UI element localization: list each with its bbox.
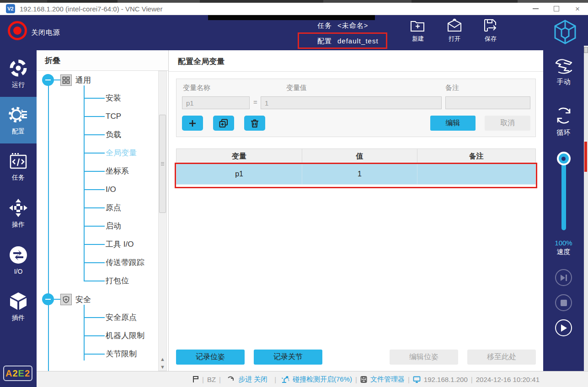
tree-item-origin[interactable]: 原点 [84, 199, 158, 217]
close-button[interactable]: × [567, 3, 588, 15]
speed-slider[interactable] [557, 152, 571, 232]
tree-item-install[interactable]: 安装 [84, 89, 158, 107]
open-icon [447, 19, 462, 32]
power-icon [13, 27, 21, 35]
tree-group-safety[interactable]: 安全 [37, 290, 158, 308]
nav-item-task[interactable]: 任务 [0, 143, 37, 190]
status-file-manager[interactable]: 文件管理器 [370, 375, 405, 384]
plugin-box-icon [9, 292, 28, 311]
slider-handle[interactable] [557, 152, 571, 165]
monitor-icon [413, 376, 421, 383]
separator: | [202, 376, 204, 383]
nav-item-config[interactable]: 配置 [0, 97, 37, 143]
status-datetime: 2024-12-16 10:20:41 [476, 376, 540, 383]
note-input[interactable] [445, 96, 530, 109]
flag-icon [192, 376, 199, 383]
step-next-icon [560, 274, 568, 281]
move-here-button[interactable]: 移至此处 [467, 350, 536, 365]
open-button[interactable]: 打开 [441, 19, 468, 43]
slider-track[interactable] [561, 157, 566, 230]
nav-item-run[interactable]: 运行 [0, 50, 37, 97]
separator: | [408, 376, 410, 383]
variable-name-input[interactable] [182, 96, 250, 109]
nav-item-operate[interactable]: 操作 [0, 190, 37, 237]
a2e2-badge[interactable]: A2E2 [3, 366, 32, 381]
maximize-button[interactable] [546, 3, 567, 15]
duplicate-variable-button[interactable] [213, 116, 234, 131]
tree-item-tcp[interactable]: TCP [84, 107, 158, 126]
variable-value-input[interactable] [261, 96, 442, 109]
loop-label: 循环 [557, 128, 571, 137]
new-button[interactable]: 新建 [405, 19, 431, 43]
tree-item-joint-limits[interactable]: 关节限制 [84, 345, 158, 363]
stop-icon [561, 300, 567, 306]
tree-item-safety-origin[interactable]: 安全原点 [84, 308, 158, 327]
tree-item-startup[interactable]: 启动 [84, 217, 158, 235]
scrollbar-thumb[interactable] [159, 115, 166, 213]
app-topbar: 关闭电源 任务<未命名> 配置default_test 新建 [0, 15, 588, 50]
tree-group-general[interactable]: 通用 [37, 71, 158, 89]
play-button[interactable] [555, 319, 572, 336]
tree-item-conveyor-tracking[interactable]: 传送带跟踪 [84, 254, 158, 272]
right-control-bar: 手动 循环 100% 速度 [543, 50, 584, 371]
collapse-minus-icon[interactable] [42, 74, 54, 86]
file-manager-icon [360, 376, 367, 383]
loop-mode-button[interactable]: 循环 [554, 106, 574, 137]
tree-item-tool-io[interactable]: 工具 I/O [84, 235, 158, 254]
tree-group-label-general: 通用 [75, 75, 91, 85]
tree-item-pack-position[interactable]: 打包位 [84, 272, 158, 290]
nav-label-task: 任务 [12, 174, 25, 182]
stop-button[interactable] [555, 294, 572, 311]
variable-name-label: 变量名称 [183, 84, 210, 92]
record-pose-button[interactable]: 记录位姿 [176, 350, 245, 365]
config-indicator: 配置default_test [317, 37, 379, 46]
delete-variable-button[interactable] [244, 116, 265, 131]
variable-value-label: 变量值 [286, 84, 307, 92]
status-collision-detect[interactable]: 碰撞检测开启(76%) [293, 375, 352, 384]
collapse-minus-icon[interactable] [42, 293, 54, 305]
vnc-toolbar-tab[interactable] [208, 15, 375, 20]
save-button[interactable]: 保存 [477, 19, 504, 43]
minimize-icon [533, 8, 539, 9]
manual-mode-button[interactable]: 手动 [553, 58, 574, 86]
scroll-up-icon[interactable]: ▲ [159, 355, 166, 363]
vnc-logo-icon: V2 [6, 4, 15, 13]
tree-item-io[interactable]: I/O [84, 180, 158, 199]
nav-item-io[interactable]: I/O [0, 237, 37, 283]
table-row-p1[interactable]: p1 1 [176, 164, 536, 185]
minimize-button[interactable] [525, 3, 546, 15]
edit-button[interactable]: 编辑 [430, 116, 476, 131]
cell-variable[interactable]: p1 [176, 164, 302, 185]
add-variable-button[interactable] [182, 116, 203, 131]
step-next-button[interactable] [555, 269, 572, 286]
window-titlebar[interactable]: V2 192.168.1.200 (intel-corei7-64:0) - V… [0, 3, 588, 15]
tree-children-safety: 安全原点 机器人限制 关节限制 [84, 308, 158, 370]
edit-pose-button[interactable]: 编辑位姿 [390, 350, 458, 365]
tree-item-global-variables[interactable]: 全局变量 [84, 144, 158, 162]
nav-label-run: 运行 [12, 81, 25, 89]
nav-item-plugin[interactable]: 插件 [0, 283, 37, 330]
tree-item-robot-limits[interactable]: 机器人限制 [84, 327, 158, 345]
trash-icon [250, 119, 259, 128]
tree-item-payload[interactable]: 负载 [84, 126, 158, 144]
cell-note[interactable] [417, 164, 535, 185]
cell-value[interactable]: 1 [302, 164, 417, 185]
tree-item-clipped[interactable] [84, 363, 158, 370]
tree-item-coordinate-system[interactable]: 坐标系 [84, 162, 158, 180]
tree-connector [54, 299, 60, 300]
record-joint-button[interactable]: 记录关节 [254, 350, 322, 365]
badge-char: 2 [12, 368, 18, 379]
window-title: 192.168.1.200 (intel-corei7-64:0) - VNC … [20, 5, 162, 13]
col-variable: 变量 [176, 149, 302, 164]
power-off-button[interactable] [8, 21, 27, 40]
scroll-down-icon[interactable]: ▼ [159, 363, 166, 371]
status-step-mode[interactable]: 步进 关闭 [238, 375, 267, 384]
tree-scrollbar[interactable]: ▲ ▼ [158, 71, 167, 371]
vnc-right-scroll-region[interactable] [584, 46, 588, 387]
duplicate-icon [219, 119, 228, 128]
cancel-button[interactable]: 取消 [485, 116, 530, 131]
loop-icon [554, 106, 574, 126]
scroll-widget-icon[interactable] [584, 47, 588, 53]
task-value: <未命名> [337, 21, 369, 29]
collapse-header[interactable]: 折叠 [37, 50, 168, 71]
